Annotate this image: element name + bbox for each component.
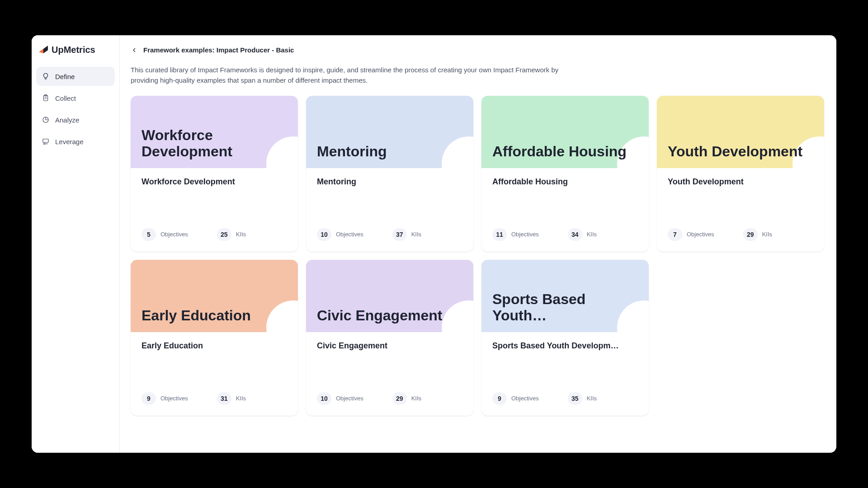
- card-title: Early Education: [142, 308, 251, 324]
- kiis-count: 31: [217, 392, 231, 405]
- breadcrumb: Framework examples: Impact Producer - Ba…: [131, 46, 826, 54]
- kiis-count: 25: [217, 228, 231, 241]
- card-subtitle: Early Education: [142, 341, 287, 351]
- logo-icon: [38, 44, 49, 55]
- objectives-count: 5: [142, 228, 156, 241]
- framework-card[interactable]: Workforce DevelopmentWorkforce Developme…: [131, 96, 298, 252]
- sidebar-item-label: Analyze: [55, 116, 79, 124]
- brand-name: UpMetrics: [52, 45, 95, 55]
- lightbulb-icon: [42, 72, 50, 80]
- card-header: Civic Engagement: [306, 260, 473, 332]
- sidebar-item-define[interactable]: Define: [36, 67, 115, 86]
- objectives-label: Objectives: [160, 395, 188, 402]
- kiis-label: KIIs: [411, 395, 421, 402]
- objectives-label: Objectives: [687, 231, 714, 238]
- kiis-count: 34: [568, 228, 582, 241]
- objectives-label: Objectives: [511, 231, 539, 238]
- sidebar-item-label: Define: [55, 73, 75, 80]
- back-button[interactable]: [131, 47, 138, 54]
- kiis-count: 29: [392, 392, 407, 405]
- kiis-count: 35: [568, 392, 582, 405]
- card-header: Early Education: [131, 260, 298, 332]
- chart-icon: [42, 116, 50, 124]
- objectives-count: 9: [492, 392, 507, 405]
- objectives-count: 10: [317, 392, 331, 405]
- card-title: Workforce Development: [142, 127, 287, 160]
- intro-text: This curated library of Impact Framework…: [131, 65, 569, 86]
- card-subtitle: Youth Development: [668, 177, 813, 187]
- svg-rect-5: [43, 139, 48, 143]
- stat-kiis: 37KIIs: [392, 228, 421, 241]
- svg-point-6: [44, 143, 45, 145]
- stat-kiis: 31KIIs: [217, 392, 246, 405]
- framework-card[interactable]: MentoringMentoring10Objectives37KIIs: [306, 96, 473, 252]
- breadcrumb-text: Framework examples: Impact Producer - Ba…: [143, 46, 294, 54]
- framework-grid: Workforce DevelopmentWorkforce Developme…: [131, 96, 826, 416]
- card-subtitle: Affordable Housing: [492, 177, 638, 187]
- framework-card[interactable]: Youth DevelopmentYouth Development7Objec…: [657, 96, 824, 252]
- kiis-label: KIIs: [411, 231, 421, 238]
- framework-card[interactable]: Civic EngagementCivic Engagement10Object…: [306, 260, 473, 416]
- main-content: Framework examples: Impact Producer - Ba…: [120, 35, 836, 453]
- clipboard-icon: [42, 94, 50, 102]
- present-icon: [42, 137, 50, 145]
- card-header: Mentoring: [306, 96, 473, 168]
- sidebar-item-leverage[interactable]: Leverage: [36, 132, 115, 151]
- sidebar-item-collect[interactable]: Collect: [36, 89, 115, 108]
- card-subtitle: Mentoring: [317, 177, 462, 187]
- card-stats: 11Objectives34KIIs: [492, 228, 638, 241]
- card-subtitle: Civic Engagement: [317, 341, 462, 351]
- card-title: Affordable Housing: [492, 144, 627, 160]
- card-stats: 10Objectives37KIIs: [317, 228, 462, 241]
- card-title: Youth Development: [668, 144, 802, 160]
- kiis-count: 37: [392, 228, 407, 241]
- stat-objectives: 9Objectives: [142, 392, 188, 405]
- kiis-label: KIIs: [236, 395, 246, 402]
- objectives-count: 10: [317, 228, 331, 241]
- stat-kiis: 29KIIs: [743, 228, 772, 241]
- objectives-label: Objectives: [160, 231, 188, 238]
- kiis-label: KIIs: [587, 395, 597, 402]
- stat-objectives: 5Objectives: [142, 228, 188, 241]
- card-stats: 7Objectives29KIIs: [668, 228, 813, 241]
- sidebar: UpMetrics Define: [32, 35, 120, 453]
- framework-card[interactable]: Affordable HousingAffordable Housing11Ob…: [481, 96, 649, 252]
- sidebar-item-analyze[interactable]: Analyze: [36, 110, 115, 129]
- stat-objectives: 10Objectives: [317, 228, 363, 241]
- card-header: Workforce Development: [131, 96, 298, 168]
- brand-logo: UpMetrics: [32, 44, 119, 67]
- card-stats: 9Objectives35KIIs: [492, 392, 638, 405]
- stat-kiis: 25KIIs: [217, 228, 246, 241]
- stat-objectives: 10Objectives: [317, 392, 363, 405]
- card-stats: 5Objectives25KIIs: [142, 228, 287, 241]
- sidebar-nav: Define Collect: [32, 67, 119, 151]
- card-title: Mentoring: [317, 144, 387, 160]
- objectives-label: Objectives: [511, 395, 539, 402]
- card-title: Sports Based Youth…: [492, 291, 638, 324]
- card-header: Sports Based Youth…: [481, 260, 649, 332]
- kiis-label: KIIs: [587, 231, 597, 238]
- sidebar-item-label: Leverage: [55, 138, 84, 145]
- framework-card[interactable]: Sports Based Youth…Sports Based Youth De…: [481, 260, 649, 416]
- framework-card[interactable]: Early EducationEarly Education9Objective…: [131, 260, 298, 416]
- objectives-count: 11: [492, 228, 507, 241]
- objectives-label: Objectives: [336, 395, 363, 402]
- card-subtitle: Sports Based Youth Developm…: [492, 341, 638, 351]
- card-header: Affordable Housing: [481, 96, 649, 168]
- stat-objectives: 11Objectives: [492, 228, 539, 241]
- sidebar-item-label: Collect: [55, 94, 76, 102]
- app-window: UpMetrics Define: [32, 35, 836, 453]
- card-subtitle: Workforce Development: [142, 177, 287, 187]
- objectives-count: 7: [668, 228, 682, 241]
- card-title: Civic Engagement: [317, 308, 442, 324]
- card-stats: 10Objectives29KIIs: [317, 392, 462, 405]
- objectives-count: 9: [142, 392, 156, 405]
- card-stats: 9Objectives31KIIs: [142, 392, 287, 405]
- card-header: Youth Development: [657, 96, 824, 168]
- stat-objectives: 9Objectives: [492, 392, 539, 405]
- kiis-label: KIIs: [762, 231, 772, 238]
- stat-objectives: 7Objectives: [668, 228, 714, 241]
- kiis-count: 29: [743, 228, 758, 241]
- stat-kiis: 29KIIs: [392, 392, 421, 405]
- kiis-label: KIIs: [236, 231, 246, 238]
